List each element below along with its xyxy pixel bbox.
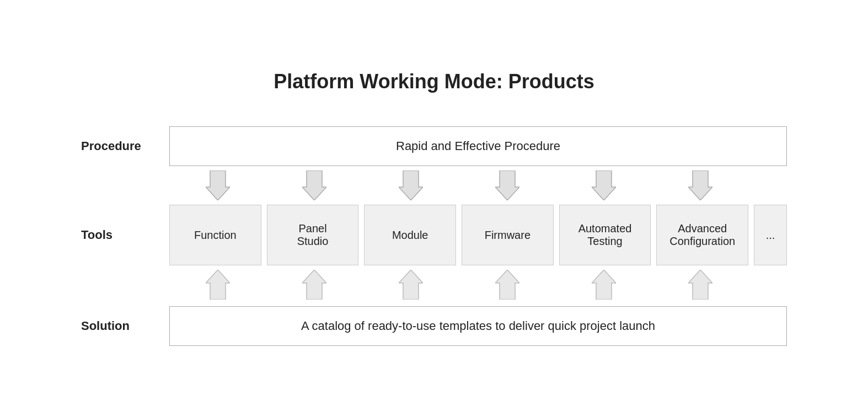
arrow-down-4 — [495, 170, 519, 200]
arrow-cell-1 — [169, 166, 266, 205]
procedure-label: Procedure — [81, 139, 169, 153]
tool-advanced-configuration[interactable]: Advanced Configuration — [656, 205, 748, 265]
up-arrow-cell-5 — [555, 265, 652, 306]
up-arrow-cell-4 — [459, 265, 555, 306]
up-arrow-cell-2 — [266, 265, 362, 306]
tools-row: Tools Function Panel Studio Module Firmw… — [81, 205, 787, 265]
arrow-cell-3 — [362, 166, 459, 205]
up-arrows-row — [169, 265, 787, 306]
procedure-row: Procedure Rapid and Effective Procedure — [81, 126, 787, 166]
svg-marker-10 — [592, 270, 616, 300]
svg-marker-1 — [302, 170, 326, 200]
svg-marker-9 — [495, 270, 519, 300]
tool-firmware[interactable]: Firmware — [462, 205, 554, 265]
svg-marker-8 — [399, 270, 423, 300]
tool-function[interactable]: Function — [169, 205, 261, 265]
up-arrow-cell-3 — [362, 265, 459, 306]
arrow-up-4 — [495, 270, 519, 302]
arrow-up-2 — [302, 270, 326, 302]
svg-marker-5 — [688, 170, 712, 200]
diagram: Procedure Rapid and Effective Procedure — [81, 126, 787, 346]
arrow-down-6 — [688, 170, 712, 200]
page-container: Platform Working Mode: Products Procedur… — [48, 48, 820, 368]
arrow-down-2 — [302, 170, 326, 200]
solution-row: Solution A catalog of ready-to-use templ… — [81, 306, 787, 346]
arrow-cell-6 — [652, 166, 748, 205]
up-arrow-cell-6 — [652, 265, 748, 306]
svg-marker-3 — [495, 170, 519, 200]
arrow-cell-4 — [459, 166, 555, 205]
tool-ellipsis: ... — [754, 205, 787, 265]
svg-marker-2 — [399, 170, 423, 200]
svg-marker-11 — [688, 270, 712, 300]
arrow-up-5 — [592, 270, 616, 302]
arrow-up-3 — [399, 270, 423, 302]
arrow-up-6 — [688, 270, 712, 302]
svg-marker-0 — [206, 170, 230, 200]
arrow-down-5 — [592, 170, 616, 200]
tools-label: Tools — [81, 228, 169, 242]
svg-marker-4 — [592, 170, 616, 200]
svg-marker-6 — [206, 270, 230, 300]
arrow-up-1 — [206, 270, 230, 302]
solution-label: Solution — [81, 319, 169, 333]
solution-box: A catalog of ready-to-use templates to d… — [169, 306, 787, 346]
down-arrows-row — [169, 166, 787, 205]
tools-container: Function Panel Studio Module Firmware Au… — [169, 205, 787, 265]
procedure-box: Rapid and Effective Procedure — [169, 126, 787, 166]
arrow-cell-5 — [555, 166, 652, 205]
arrow-down-3 — [399, 170, 423, 200]
tool-automated-testing[interactable]: Automated Testing — [559, 205, 651, 265]
svg-marker-7 — [302, 270, 326, 300]
tool-module[interactable]: Module — [364, 205, 456, 265]
arrow-cell-2 — [266, 166, 362, 205]
arrow-down-1 — [206, 170, 230, 200]
up-arrow-cell-1 — [169, 265, 266, 306]
tool-panel-studio[interactable]: Panel Studio — [267, 205, 359, 265]
page-title: Platform Working Mode: Products — [81, 70, 787, 93]
